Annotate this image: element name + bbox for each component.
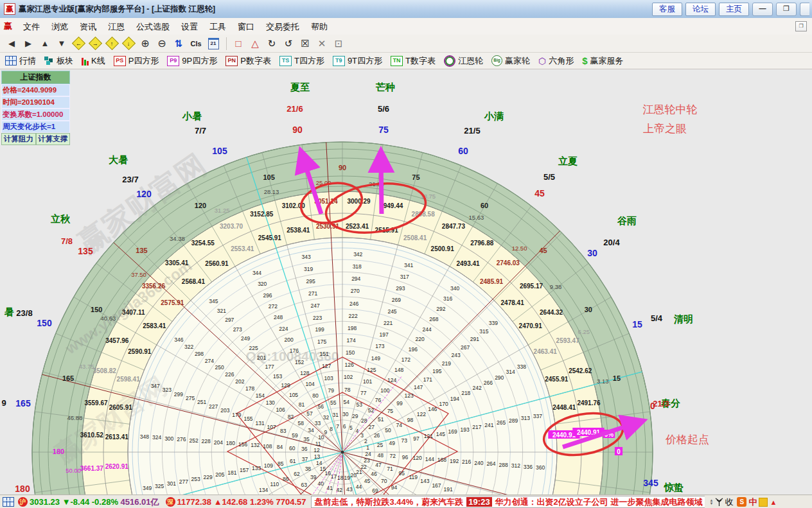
ime-skin-icon[interactable]: [759, 498, 768, 507]
9t-square-button[interactable]: T99T四方形: [333, 55, 382, 67]
support-price-3: 2463.41: [534, 348, 558, 355]
svg-text:69: 69: [372, 487, 378, 494]
resistance-price-14: 3152.85: [250, 211, 274, 218]
menu-公式选股[interactable]: 公式选股: [130, 19, 175, 35]
mdi-restore-icon[interactable]: ❐: [795, 21, 807, 31]
svg-text:147: 147: [414, 384, 423, 390]
ime-arrow-icon[interactable]: ▲: [770, 498, 777, 506]
resistance-price-17: 3305.41: [165, 259, 189, 267]
svg-text:151: 151: [320, 351, 329, 357]
rotate-cw-icon[interactable]: ↻: [264, 37, 279, 51]
svg-text:301: 301: [167, 480, 176, 487]
receive-label[interactable]: 收: [725, 496, 733, 508]
t-square-button[interactable]: TST四方形: [279, 55, 324, 67]
svg-text:144: 144: [425, 456, 434, 462]
triangle-tool-icon[interactable]: △: [247, 37, 263, 51]
rotate-ccw-icon[interactable]: ↺: [281, 37, 296, 51]
news-item-2[interactable]: 华力创通：出资2亿设立子公司 进一步聚焦集成电路领域: [495, 496, 703, 508]
hexagon-button[interactable]: ⬡六角形: [538, 55, 574, 67]
diamond-down-icon[interactable]: ↓: [121, 37, 136, 51]
annotation-note-0: 江恩轮中轮: [643, 103, 698, 116]
svg-text:156: 156: [238, 441, 247, 448]
sectors-button[interactable]: 板块: [44, 55, 73, 67]
quotes-button[interactable]: 行情: [5, 55, 36, 67]
svg-text:247: 247: [311, 302, 320, 309]
ime-toolbar[interactable]: S 中 ▲: [737, 496, 777, 508]
degree-inner-8: 120: [195, 202, 206, 209]
gann-wheel-button[interactable]: 江恩轮: [444, 55, 483, 67]
sh-index-value[interactable]: 3031.23: [30, 497, 60, 507]
forum-button[interactable]: 论坛: [685, 3, 716, 16]
diamond-right-icon[interactable]: →: [87, 37, 103, 51]
svg-text:167: 167: [432, 482, 441, 489]
p-square-button[interactable]: PSP四方形: [114, 55, 159, 67]
diamond-left-icon[interactable]: ←: [71, 37, 86, 51]
svg-text:345: 345: [209, 298, 218, 304]
degree-inner-11: 165: [62, 374, 74, 382]
svg-text:248: 248: [274, 314, 283, 320]
menu-窗口[interactable]: 窗口: [232, 19, 260, 35]
calendar-icon[interactable]: 21: [206, 37, 221, 51]
date-5/5: 5/5: [543, 172, 555, 182]
menu-浏览[interactable]: 浏览: [46, 19, 74, 35]
winner-wheel-button[interactable]: Big赢家轮: [491, 55, 530, 67]
menu-设置[interactable]: 设置: [175, 19, 204, 35]
winner-service-button[interactable]: $赢家服务: [582, 55, 623, 67]
sz-index-pct: 1.23%: [250, 497, 274, 507]
home-button[interactable]: 主页: [719, 3, 749, 16]
svg-text:267: 267: [461, 344, 470, 351]
degree-inner-9: 135: [136, 247, 147, 254]
support-price-2: 2455.91: [545, 376, 569, 383]
svg-text:181: 181: [227, 469, 236, 476]
svg-text:341: 341: [404, 262, 413, 268]
menu-工具[interactable]: 工具: [204, 19, 232, 35]
ime-lang-icon[interactable]: 中: [748, 496, 757, 508]
sz-index-value[interactable]: 11772.38: [177, 497, 212, 507]
degree-decimal-2: 6.25: [578, 328, 590, 335]
menu-江恩[interactable]: 江恩: [102, 19, 130, 35]
nav-down-icon[interactable]: ▼: [54, 37, 69, 51]
svg-text:72: 72: [390, 453, 396, 459]
nav-up-icon[interactable]: ▲: [37, 37, 53, 51]
t-table-button[interactable]: TNT数字表: [391, 55, 436, 67]
kline-button[interactable]: K线: [82, 55, 105, 67]
quote-grid-icon[interactable]: [3, 497, 14, 507]
support-price-22: 2605.91: [109, 404, 133, 411]
degree-45: 45: [534, 188, 545, 198]
support-button[interactable]: 客服: [652, 3, 682, 16]
ime-logo-icon[interactable]: S: [737, 497, 746, 507]
maximize-button[interactable]: ❐: [776, 3, 797, 16]
menu-文件[interactable]: 文件: [17, 19, 46, 35]
close-button[interactable]: [800, 3, 809, 16]
diamond-up-icon[interactable]: ↑: [104, 37, 119, 51]
p-table-button[interactable]: PNP数字表: [225, 55, 271, 67]
rect-tool-icon[interactable]: □: [231, 37, 246, 51]
info-row-step: 周天变化步长=1: [1, 121, 70, 133]
news-scroll-buttons[interactable]: ▲▼: [709, 499, 713, 505]
svg-text:36: 36: [301, 446, 308, 452]
updown-axis-icon[interactable]: ⇅: [171, 37, 186, 51]
calc-resistance-button[interactable]: 计算阻力: [1, 133, 36, 145]
news-item-1[interactable]: 盘前走低，特斯拉跌3.44%，蔚来汽车跌: [314, 496, 463, 508]
menu-交易委托[interactable]: 交易委托: [260, 19, 305, 35]
svg-text:176: 176: [290, 347, 299, 354]
info-row-price: 价格=2440.9099: [1, 84, 70, 96]
menu-资讯[interactable]: 资讯: [74, 19, 102, 35]
svg-text:250: 250: [215, 364, 224, 371]
9p-square-button[interactable]: P99P四方形: [167, 55, 217, 67]
gann-wheel-canvas[interactable]: 赢家财富网www.yingjia360.com赢家财富网QQ:100840360…: [0, 69, 812, 495]
news-ticker[interactable]: 盘前走低，特斯拉跌3.44%，蔚来汽车跌 19:23 华力创通：出资2亿设立子公…: [311, 496, 705, 508]
shrink-icon[interactable]: ✕: [314, 37, 330, 51]
cls-icon[interactable]: Cls: [188, 37, 204, 51]
delete-box-icon[interactable]: ☒: [297, 37, 313, 51]
zoom-in-icon[interactable]: ⊕: [137, 37, 153, 51]
calc-support-button[interactable]: 计算支撑: [36, 133, 71, 145]
nav-left-icon[interactable]: ◀: [4, 37, 19, 51]
menu-帮助[interactable]: 帮助: [305, 19, 333, 35]
screen-icon[interactable]: ⊡: [331, 37, 346, 51]
resistance-price-2: 2542.62: [569, 367, 592, 374]
zoom-out-icon[interactable]: ⊖: [154, 37, 170, 51]
svg-text:174: 174: [347, 337, 356, 344]
nav-right-icon[interactable]: ▶: [21, 37, 36, 51]
minimize-button[interactable]: —: [752, 3, 773, 16]
